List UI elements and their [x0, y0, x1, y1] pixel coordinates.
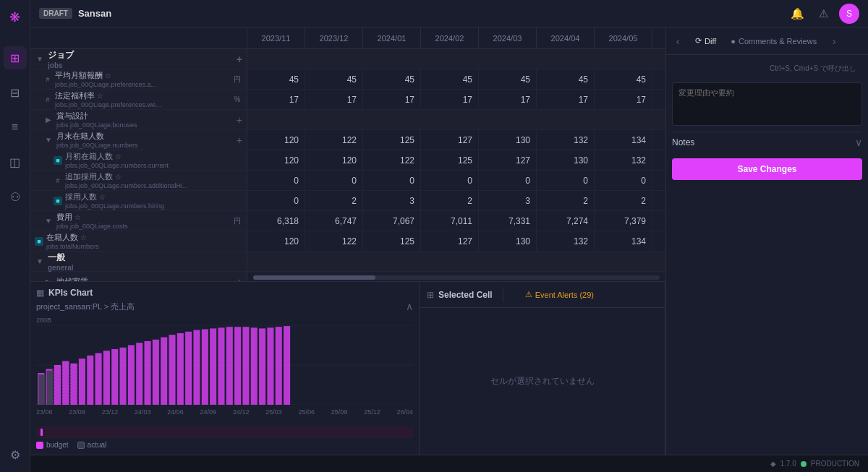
mstart-cell-8[interactable]: 134	[652, 150, 665, 170]
mstart-cell-7[interactable]: 132	[595, 150, 652, 170]
mend-cell-1[interactable]: 120	[247, 130, 305, 150]
mstart-cell-6[interactable]: 130	[537, 150, 595, 170]
mstart-cell-1[interactable]: 120	[247, 150, 305, 170]
mend-cell-7[interactable]: 134	[595, 130, 652, 150]
hire-cell-1[interactable]: 0	[247, 191, 305, 210]
data-row-welfare[interactable]: 17 17 17 17 17 17 17 17 17	[247, 90, 665, 110]
cost-cell-1[interactable]: 6,318	[247, 211, 305, 231]
salary-cell-5[interactable]: 45	[479, 69, 537, 89]
tree-row-additional-hire[interactable]: # 追加採用人数 ☆ jobs.job_00QLiage.numbers.add…	[30, 171, 247, 191]
total-cell-4[interactable]: 127	[421, 231, 479, 251]
welfare-cell-6[interactable]: 17	[537, 90, 595, 109]
scroll-thumb[interactable]	[253, 275, 375, 280]
star-month-start-icon[interactable]: ☆	[115, 153, 122, 160]
total-cell-5[interactable]: 130	[479, 231, 537, 251]
tree-row-jobs[interactable]: ▼ ジョブ jobs +	[30, 49, 247, 69]
star-total-icon[interactable]: ☆	[80, 233, 87, 241]
data-row-salary[interactable]: 45 45 45 45 45 45 45 45 45	[247, 69, 665, 90]
data-row-jobs-group[interactable]	[247, 49, 665, 69]
star-hiring-icon[interactable]: ☆	[99, 193, 106, 201]
chart-icon[interactable]: ◫	[4, 150, 27, 173]
tree-row-month-start[interactable]: ■ 月初在籍人数 ☆ jobs.job_00QLiage.numbers.cur…	[30, 150, 247, 171]
tree-row-month-end[interactable]: ▼ 月末在籍人数 jobs.job_00QLiage.numbers +	[30, 130, 247, 150]
data-row-month-end[interactable]: 120 122 125 127 130 132 134 137 139	[247, 130, 665, 150]
expand-month-end-icon[interactable]: ▼	[43, 135, 54, 145]
star-additional-icon[interactable]: ☆	[115, 173, 122, 181]
add-cell-2[interactable]: 0	[305, 171, 363, 190]
hire-cell-2[interactable]: 2	[305, 191, 363, 210]
total-cell-2[interactable]: 122	[305, 231, 363, 251]
total-cell-3[interactable]: 125	[363, 231, 421, 251]
star-welfare-icon[interactable]: ☆	[97, 92, 103, 100]
salary-cell-6[interactable]: 45	[537, 69, 595, 89]
add-cell-3[interactable]: 0	[363, 171, 421, 190]
mstart-cell-4[interactable]: 125	[421, 150, 479, 170]
grid-icon[interactable]: ⊟	[4, 81, 27, 104]
add-cell-7[interactable]: 0	[595, 171, 652, 190]
cost-cell-6[interactable]: 7,274	[537, 211, 595, 231]
expand-jobs-icon[interactable]: ▼	[35, 54, 45, 64]
salary-cell-3[interactable]: 45	[363, 69, 421, 89]
layers-icon[interactable]: ≡	[4, 116, 27, 139]
alert-icon[interactable]: ⚠	[813, 4, 833, 24]
hire-cell-3[interactable]: 3	[363, 191, 421, 210]
data-row-additional[interactable]: 0 0 0 0 0 0 0 0 0	[247, 171, 665, 191]
add-month-end-icon[interactable]: +	[237, 134, 242, 146]
tree-row-total-staff[interactable]: ■ 在籍人数 ☆ jobs.totalNumbers	[30, 231, 247, 252]
total-cell-1[interactable]: 120	[247, 231, 305, 251]
hire-cell-8[interactable]: 3	[652, 191, 665, 210]
tree-row-welfare[interactable]: # 法定福利率 ☆ jobs.job_00QLiage.preferences.…	[30, 90, 247, 110]
tree-row-general[interactable]: ▼ 一般 general	[30, 252, 247, 272]
expand-costs-icon[interactable]: ▼	[43, 216, 54, 226]
kpi-close-icon[interactable]: ∧	[406, 301, 413, 312]
data-row-rent[interactable]	[247, 272, 665, 274]
data-row-total[interactable]: 120 122 125 127 130 132 134 137 139	[247, 231, 665, 252]
table-container[interactable]: ▼ ジョブ jobs + # 平均月額報酬 ☆ jobs.job_00QLiag…	[30, 27, 665, 281]
data-row-bonus-group[interactable]	[247, 110, 665, 130]
add-rent-icon[interactable]: +	[237, 276, 242, 282]
mstart-cell-3[interactable]: 122	[363, 150, 421, 170]
salary-cell-8[interactable]: 45	[652, 69, 665, 89]
mend-cell-4[interactable]: 127	[421, 130, 479, 150]
cost-cell-2[interactable]: 6,747	[305, 211, 363, 231]
welfare-cell-3[interactable]: 17	[363, 90, 421, 109]
hire-cell-7[interactable]: 2	[595, 191, 652, 210]
add-cell-5[interactable]: 0	[479, 171, 537, 190]
change-reason-input[interactable]	[672, 82, 862, 126]
mend-cell-5[interactable]: 130	[479, 130, 537, 150]
total-cell-6[interactable]: 132	[537, 231, 595, 251]
cost-cell-8[interactable]: 7,699	[652, 211, 665, 231]
data-row-costs[interactable]: 6,318 6,747 7,067 7,011 7,331 7,274 7,37…	[247, 211, 665, 231]
cost-cell-4[interactable]: 7,011	[421, 211, 479, 231]
horizontal-scrollbar[interactable]	[253, 275, 660, 280]
total-cell-8[interactable]: 137	[652, 231, 665, 251]
add-cell-8[interactable]: 0	[652, 171, 665, 190]
add-jobs-icon[interactable]: +	[237, 53, 242, 65]
data-row-general[interactable]	[247, 252, 665, 272]
add-cell-6[interactable]: 0	[537, 171, 595, 190]
salary-cell-2[interactable]: 45	[305, 69, 363, 89]
hire-cell-6[interactable]: 2	[537, 191, 595, 210]
avatar[interactable]: S	[839, 4, 859, 24]
mend-cell-8[interactable]: 137	[652, 130, 665, 150]
notes-expand-icon[interactable]: ∨	[855, 137, 862, 148]
expand-general-icon[interactable]: ▼	[35, 257, 45, 267]
home-icon[interactable]: ⊞	[4, 46, 27, 69]
diff-tab[interactable]: ⟳ Diff	[689, 33, 722, 48]
add-cell-1[interactable]: 0	[247, 171, 305, 190]
mstart-cell-2[interactable]: 120	[305, 150, 363, 170]
save-changes-button[interactable]: Save Changes	[672, 158, 862, 180]
salary-cell-4[interactable]: 45	[421, 69, 479, 89]
total-cell-7[interactable]: 134	[595, 231, 652, 251]
nav-left-icon[interactable]: ‹	[669, 33, 686, 50]
salary-cell-1[interactable]: 45	[247, 69, 305, 89]
tree-row-bonus[interactable]: ▶ 賞与設計 jobs.job_00QLiage.bonuses +	[30, 110, 247, 130]
tree-row-hiring[interactable]: ■ 採用人数 ☆ jobs.job_00QLiage.numbers.hirin…	[30, 191, 247, 211]
hire-cell-4[interactable]: 2	[421, 191, 479, 210]
cost-cell-7[interactable]: 7,379	[595, 211, 652, 231]
comments-tab[interactable]: ● Comments & Reviews	[725, 34, 822, 48]
welfare-cell-1[interactable]: 17	[247, 90, 305, 109]
welfare-cell-2[interactable]: 17	[305, 90, 363, 109]
salary-cell-7[interactable]: 45	[595, 69, 652, 89]
expand-bonus-icon[interactable]: ▶	[43, 115, 54, 125]
